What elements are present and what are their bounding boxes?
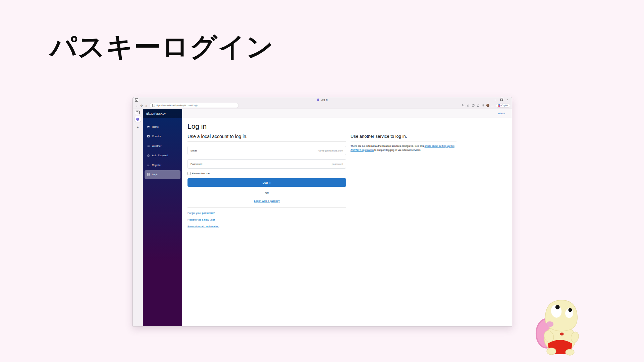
- sidebar-item-auth-required[interactable]: Auth Required: [145, 151, 180, 160]
- person-badge-icon: [147, 173, 150, 176]
- copilot-button[interactable]: Copilot: [496, 104, 510, 108]
- copilot-icon: [498, 104, 500, 107]
- copilot-label: Copilot: [501, 104, 508, 107]
- profile-avatar[interactable]: [486, 104, 489, 107]
- external-login-heading: Use another service to log in.: [351, 134, 457, 139]
- sidebar-nav: Home Counter Weather: [143, 118, 182, 180]
- share-icon[interactable]: [476, 104, 480, 107]
- or-separator: OR: [187, 192, 346, 195]
- sidebar-item-label: Home: [152, 125, 159, 128]
- sidebar-item-counter[interactable]: Counter: [145, 132, 180, 141]
- collections-icon[interactable]: [471, 104, 475, 107]
- window-title-area: Log in: [133, 97, 512, 102]
- external-services-text: There are no external authentication ser…: [351, 144, 457, 152]
- email-field[interactable]: Email name@example.com: [187, 146, 346, 155]
- app-sidebar: BlazorPassKey Home Counter: [143, 109, 182, 326]
- divider: [187, 207, 346, 208]
- page-info-icon[interactable]: [152, 104, 155, 107]
- page-title: Log in: [187, 122, 506, 130]
- window-title: Log in: [321, 98, 327, 101]
- external-text-before: There are no external authentication ser…: [351, 144, 425, 147]
- sidebar-item-label: Auth Required: [152, 154, 168, 157]
- login-article: Log in Use a local account to log in. Em…: [182, 118, 512, 228]
- restore-icon: [500, 99, 503, 101]
- settings-icon[interactable]: [481, 104, 485, 107]
- active-tab[interactable]: [135, 116, 141, 122]
- register-link[interactable]: Register as a new user: [187, 218, 346, 221]
- main-area: About Log in Use a local account to log …: [182, 109, 512, 326]
- sidebar-item-login[interactable]: Login: [145, 170, 180, 179]
- resend-confirmation-link[interactable]: Resend email confirmation: [187, 225, 346, 228]
- sidebar-item-home[interactable]: Home: [145, 122, 180, 131]
- login-button[interactable]: Log in: [187, 178, 346, 187]
- slide-title: パスキーログイン: [50, 31, 274, 63]
- url-text: https://musewiki.net/passkey/Account/Log…: [156, 104, 198, 107]
- workspaces-icon[interactable]: [136, 111, 140, 114]
- sidebar-item-label: Login: [152, 173, 158, 176]
- passkey-icon[interactable]: [461, 104, 465, 107]
- passkey-login-link[interactable]: Log in with a passkey: [254, 199, 280, 202]
- remember-me-checkbox[interactable]: [187, 172, 191, 175]
- address-input[interactable]: https://musewiki.net/passkey/Account/Log…: [150, 103, 239, 108]
- site-favicon-icon: [317, 99, 319, 101]
- person-icon: [147, 164, 150, 167]
- external-text-after: to support logging in via external servi…: [374, 148, 421, 152]
- refresh-icon[interactable]: ⟳: [139, 104, 144, 107]
- restore-button[interactable]: [498, 97, 504, 102]
- lock-icon: [147, 154, 150, 157]
- sidebar-item-weather[interactable]: Weather: [145, 141, 180, 150]
- sidebar-item-register[interactable]: Register: [145, 161, 180, 169]
- vertical-tabstrip: +: [133, 109, 143, 326]
- local-login-heading: Use a local account to log in.: [187, 134, 346, 139]
- plus-square-icon: [147, 135, 150, 138]
- email-label: Email: [191, 149, 197, 152]
- password-placeholder: password: [332, 163, 343, 166]
- new-tab-button[interactable]: +: [137, 126, 139, 129]
- forgot-password-link[interactable]: Forgot your password?: [187, 212, 346, 215]
- about-link[interactable]: About: [498, 112, 505, 115]
- active-tab-favicon-icon: [136, 118, 139, 121]
- sidebar-item-label: Register: [152, 164, 161, 167]
- password-field[interactable]: Password password: [187, 159, 346, 169]
- browser-window: Log in – × ← ⟳ ⌂ https://musewiki.net/pa…: [132, 97, 512, 326]
- tab-actions-icon[interactable]: [135, 98, 138, 102]
- remember-me-row: Remember me: [187, 172, 346, 175]
- page-top-row: About: [182, 109, 512, 118]
- brand-row: BlazorPassKey: [143, 109, 182, 118]
- more-icon[interactable]: …: [491, 104, 494, 107]
- email-placeholder: name@example.com: [318, 149, 343, 152]
- remember-me-label: Remember me: [192, 172, 210, 175]
- divider: [187, 141, 346, 142]
- password-label: Password: [191, 163, 202, 166]
- external-login-section: Use another service to log in. There are…: [351, 134, 457, 152]
- app-brand[interactable]: BlazorPassKey: [146, 112, 166, 115]
- favorites-star-icon[interactable]: [466, 104, 470, 107]
- browser-addressbar: ← ⟳ ⌂ https://musewiki.net/passkey/Accou…: [133, 102, 512, 109]
- home-icon: [147, 125, 150, 128]
- sidebar-item-label: Weather: [152, 144, 161, 147]
- divider: [351, 141, 457, 141]
- minimize-button[interactable]: –: [492, 97, 498, 102]
- back-icon[interactable]: ←: [135, 104, 139, 107]
- close-button[interactable]: ×: [504, 97, 511, 102]
- turtle-mascot-image: [535, 297, 582, 356]
- list-icon: [147, 144, 150, 147]
- local-login-section: Use a local account to log in. Email nam…: [187, 134, 346, 228]
- sidebar-item-label: Counter: [152, 135, 161, 138]
- home-icon[interactable]: ⌂: [144, 104, 149, 107]
- browser-titlebar: Log in – ×: [133, 97, 512, 102]
